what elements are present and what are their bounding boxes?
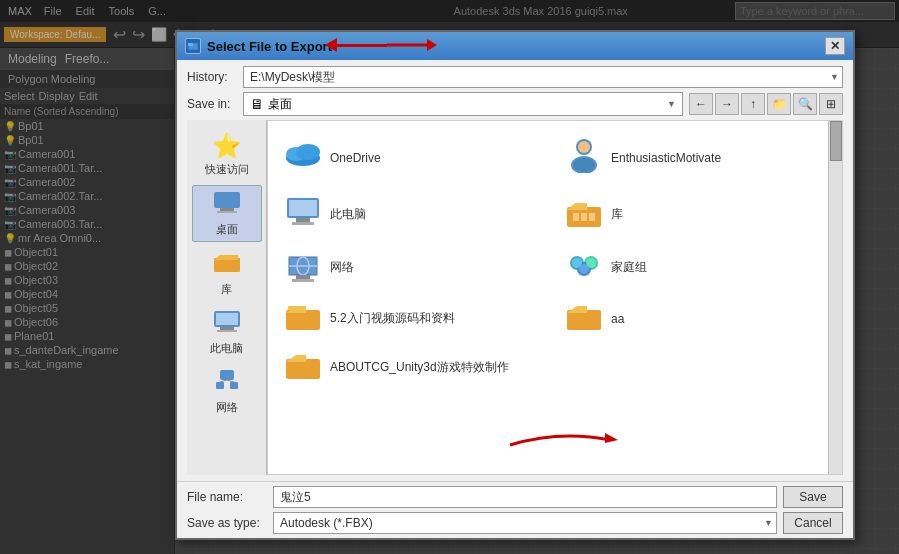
filetype-dropdown[interactable]: Autodesk (*.FBX) [273,512,777,534]
qa-label-computer: 此电脑 [210,341,243,356]
file-item-onedrive[interactable]: OneDrive [276,129,553,186]
nav-toolbar: ← → ↑ 📁 🔍 ⊞ [689,93,843,115]
file-item-network[interactable]: 网络 [276,243,553,292]
arrow-svg-2 [500,425,620,455]
file-name-computer: 此电脑 [330,206,366,223]
file-item-homegroup[interactable]: 家庭组 [557,243,834,292]
qa-item-desktop[interactable]: 桌面 [192,185,262,242]
file-name-aboutcg: ABOUTCG_Unity3d游戏特效制作 [330,359,509,376]
arrow-svg-1 [387,35,437,55]
folder-icon-aa [565,302,603,335]
savein-row: Save in: 🖥 桌面 ▼ ← → ↑ 📁 🔍 ⊞ [187,92,843,116]
svg-rect-9 [216,313,238,325]
desktop-icon [212,190,242,220]
file-name-video: 5.2入门视频源码和资料 [330,310,455,327]
dialog-bottom-area: File name: Save Save as type: Autodesk (… [177,481,853,538]
library-folder-icon [565,197,603,232]
file-item-enthusiastic[interactable]: EnthusiasticMotivate [557,129,834,186]
computer-icon [212,309,242,339]
svg-line-13 [220,380,227,382]
filename-row: File name: Save [187,486,843,508]
dialog-icon [185,38,201,54]
svg-rect-23 [289,200,317,216]
svg-rect-35 [292,279,314,282]
file-name-onedrive: OneDrive [330,151,381,165]
history-dropdown[interactable]: E:\MyDesk\模型 [243,66,843,88]
svg-point-20 [578,141,590,153]
arrow-head-1 [325,38,337,52]
svg-rect-5 [214,258,240,272]
history-label: History: [187,70,237,84]
export-dialog: Select File to Export ✕ History: E:\MyDe… [175,30,855,540]
svg-rect-43 [288,306,298,310]
new-folder-button[interactable]: 📁 [767,93,791,115]
qa-item-network[interactable]: 网络 [192,364,262,419]
view-toggle-button[interactable]: ⊞ [819,93,843,115]
folder-icon: 🖥 [250,96,264,112]
svg-marker-48 [605,433,618,443]
network-folder-icon [284,249,322,286]
dialog-title: Select File to Export [207,39,819,54]
svg-rect-34 [296,275,310,279]
file-name-aa: aa [611,312,624,326]
folder-icon-video [284,302,322,335]
qa-item-quickaccess[interactable]: ⭐ 快速访问 [192,128,262,181]
folder-icon-aboutcg [284,351,322,384]
svg-rect-24 [296,218,310,222]
filetype-label: Save as type: [187,516,267,530]
dialog-close-button[interactable]: ✕ [825,37,845,55]
file-item-aboutcg[interactable]: ABOUTCG_Unity3d游戏特效制作 [276,345,553,390]
nav-back-button[interactable]: ← [689,93,713,115]
svg-rect-12 [230,382,238,389]
svg-rect-10 [220,370,234,380]
file-name-homegroup: 家庭组 [611,259,647,276]
svg-rect-28 [581,213,587,221]
file-name-network: 网络 [330,259,354,276]
svg-rect-2 [214,192,240,208]
svg-marker-47 [427,39,437,51]
file-item-video[interactable]: 5.2入门视频源码和资料 [276,296,553,341]
arrow-line-1 [337,44,387,47]
qa-label-library: 库 [221,282,232,297]
svg-point-21 [573,158,595,172]
file-name-enthusiastic: EnthusiasticMotivate [611,151,721,165]
file-item-computer[interactable]: 此电脑 [276,190,553,239]
library-icon [212,250,242,280]
quick-access-panel: ⭐ 快速访问 桌面 [187,120,267,475]
person-icon [565,135,603,180]
nav-forward-button[interactable]: → [715,93,739,115]
qa-item-computer[interactable]: 此电脑 [192,305,262,360]
svg-rect-3 [220,208,234,211]
svg-rect-25 [292,222,314,225]
svg-line-14 [227,380,234,382]
file-item-aa[interactable]: aa [557,296,834,341]
dialog-titlebar: Select File to Export ✕ [177,32,853,60]
svg-rect-1 [188,43,193,46]
qa-label-desktop: 桌面 [216,222,238,237]
cancel-button[interactable]: Cancel [783,512,843,534]
network-icon [212,368,242,398]
qa-item-library[interactable]: 库 [192,246,262,301]
file-grid-scrollbar[interactable] [828,121,842,474]
filename-label: File name: [187,490,267,504]
quickaccess-icon: ⭐ [212,132,242,160]
file-item-library[interactable]: 库 [557,190,834,239]
qa-label-quickaccess: 快速访问 [205,162,249,177]
savein-dropdown[interactable]: 🖥 桌面 ▼ [243,92,683,116]
svg-rect-27 [573,213,579,221]
file-browser-grid: OneDrive EnthusiasticMotivate [267,120,843,475]
search-button[interactable]: 🔍 [793,93,817,115]
svg-point-41 [579,264,589,274]
svg-rect-8 [217,330,237,332]
homegroup-icon [565,249,603,286]
savein-value: 桌面 [268,96,663,113]
file-name-library: 库 [611,206,623,223]
savein-label: Save in: [187,97,237,111]
svg-point-17 [296,144,320,160]
nav-up-button[interactable]: ↑ [741,93,765,115]
scrollbar-thumb[interactable] [830,121,842,161]
filename-input[interactable] [273,486,777,508]
savein-dropdown-arrow: ▼ [667,99,676,109]
onedrive-icon [284,140,322,175]
save-button[interactable]: Save [783,486,843,508]
